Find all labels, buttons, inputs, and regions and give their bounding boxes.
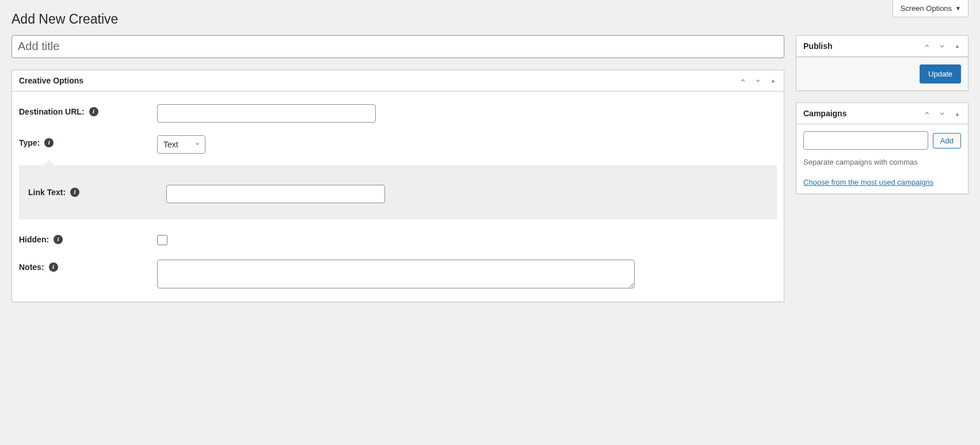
- info-icon[interactable]: i: [70, 188, 79, 197]
- type-label: Type:: [19, 138, 40, 147]
- chevron-up-icon: [923, 42, 931, 50]
- chevron-up-icon: [923, 109, 931, 117]
- publish-metabox: Publish ▴ Update: [796, 35, 968, 92]
- triangle-up-icon: ▴: [956, 111, 959, 117]
- screen-options-tab[interactable]: Screen Options ▼: [893, 0, 968, 17]
- info-icon[interactable]: i: [44, 138, 54, 147]
- triangle-up-icon: ▴: [772, 77, 775, 83]
- campaigns-title: Campaigns: [796, 103, 853, 124]
- type-sub-panel: Link Text: i: [19, 165, 777, 219]
- publish-title: Publish: [796, 36, 840, 56]
- toggle-panel-button[interactable]: ▴: [951, 107, 963, 120]
- chevron-up-icon: [739, 77, 747, 85]
- destination-url-input[interactable]: [157, 104, 376, 123]
- move-down-button[interactable]: [936, 107, 948, 120]
- triangle-up-icon: ▴: [956, 43, 959, 49]
- notes-label: Notes:: [19, 263, 44, 272]
- hidden-label: Hidden:: [19, 235, 49, 244]
- toggle-panel-button[interactable]: ▴: [951, 40, 963, 52]
- screen-options-label: Screen Options: [900, 4, 952, 13]
- update-button[interactable]: Update: [920, 64, 961, 84]
- type-select[interactable]: Text: [157, 135, 205, 154]
- chevron-down-icon: [938, 109, 946, 117]
- move-up-button[interactable]: [737, 74, 749, 87]
- move-down-button[interactable]: [752, 74, 764, 87]
- campaigns-hint: Separate campaigns with commas: [803, 158, 961, 166]
- creative-options-metabox: Creative Options ▴: [12, 70, 784, 302]
- campaigns-metabox: Campaigns ▴: [796, 102, 968, 194]
- add-campaign-button[interactable]: Add: [933, 133, 961, 149]
- most-used-campaigns-link[interactable]: Choose from the most used campaigns: [803, 178, 933, 187]
- destination-url-label: Destination URL:: [19, 107, 85, 116]
- caret-down-icon: ▼: [955, 5, 961, 12]
- move-down-button[interactable]: [936, 40, 948, 52]
- hidden-checkbox[interactable]: [157, 235, 167, 245]
- page-title: Add New Creative: [12, 6, 968, 35]
- chevron-down-icon: [754, 77, 762, 85]
- creative-options-title: Creative Options: [12, 70, 90, 91]
- link-text-input[interactable]: [166, 185, 385, 203]
- move-up-button[interactable]: [921, 107, 933, 120]
- info-icon[interactable]: i: [49, 263, 58, 272]
- info-icon[interactable]: i: [89, 107, 98, 116]
- notes-textarea[interactable]: [157, 260, 635, 288]
- link-text-label: Link Text:: [28, 188, 66, 197]
- chevron-down-icon: [938, 42, 946, 50]
- campaigns-input[interactable]: [803, 131, 928, 150]
- move-up-button[interactable]: [921, 40, 933, 52]
- post-title-input[interactable]: [12, 35, 784, 58]
- toggle-panel-button[interactable]: ▴: [767, 74, 779, 87]
- info-icon[interactable]: i: [54, 235, 63, 244]
